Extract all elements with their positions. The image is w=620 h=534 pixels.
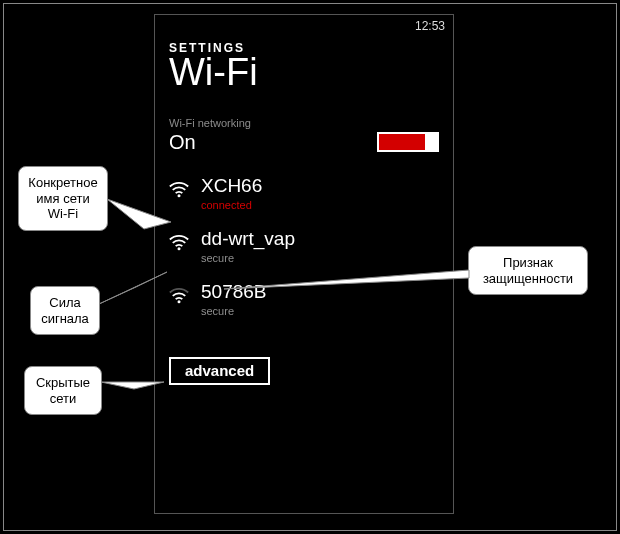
wifi-signal-icon [169,286,189,304]
wifi-toggle[interactable] [377,132,439,152]
screen-content: SETTINGS Wi-Fi Wi-Fi networking On [155,37,453,385]
wifi-signal-icon [169,180,189,198]
advanced-button[interactable]: advanced [169,357,270,385]
toggle-thumb [425,134,437,150]
toggle-fill [379,134,425,150]
network-status: secure [201,305,267,317]
svg-point-2 [178,300,181,303]
network-row[interactable]: 50786B secure [169,282,439,317]
callout-hidden: Скрытые сети [24,366,102,415]
svg-point-1 [178,247,181,250]
networking-caption: Wi-Fi networking [169,117,439,129]
network-ssid: 50786B [201,282,267,303]
network-status: connected [201,199,262,211]
network-list: XCH66 connected dd-wrt_vap secure [169,176,439,317]
network-row[interactable]: XCH66 connected [169,176,439,211]
network-ssid: XCH66 [201,176,262,197]
wifi-signal-icon [169,233,189,251]
networking-state: On [169,131,196,154]
diagram-canvas: 12:53 SETTINGS Wi-Fi Wi-Fi networking On [3,3,617,531]
page-title: Wi-Fi [169,53,439,93]
callout-secure: Признак защищенности [468,246,588,295]
networking-row: On [169,131,439,154]
status-clock: 12:53 [415,19,445,33]
network-row[interactable]: dd-wrt_vap secure [169,229,439,264]
network-status: secure [201,252,295,264]
svg-point-0 [178,194,181,197]
network-ssid: dd-wrt_vap [201,229,295,250]
callout-ssid: Конкретное имя сети Wi-Fi [18,166,108,231]
callout-signal: Сила сигнала [30,286,100,335]
status-bar: 12:53 [155,15,453,37]
phone-frame: 12:53 SETTINGS Wi-Fi Wi-Fi networking On [154,14,454,514]
